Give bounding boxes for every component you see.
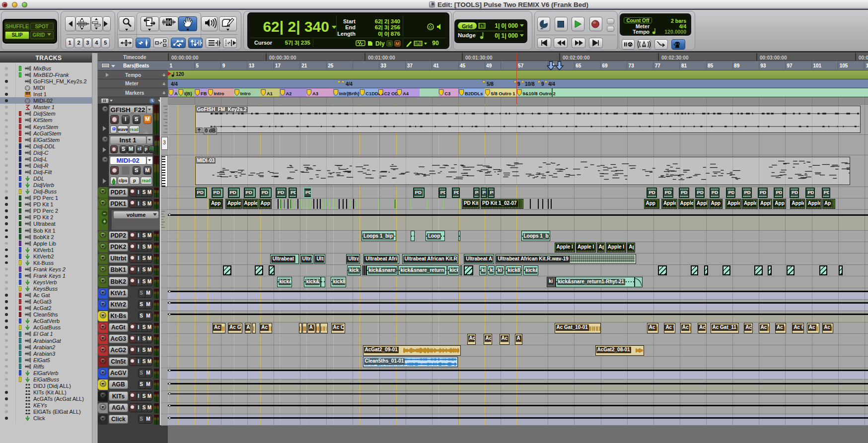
svg-text:A: A <box>174 90 178 96</box>
svg-text:5/8 Outro 1: 5/8 Outro 1 <box>491 90 515 96</box>
svg-text:10/8: 10/8 <box>525 81 535 87</box>
svg-text:9: 9 <box>541 81 544 87</box>
svg-text:I(B): I(B) <box>184 90 192 96</box>
svg-text:4/4: 4/4 <box>346 81 353 87</box>
svg-text:9&10/8 Outro 2: 9&10/8 Outro 2 <box>523 90 556 96</box>
svg-text:4/4: 4/4 <box>171 81 178 87</box>
svg-text:9: 9 <box>517 81 520 87</box>
svg-text:4/4: 4/4 <box>548 81 555 87</box>
svg-text:A1: A1 <box>267 90 273 96</box>
svg-text:A3: A3 <box>312 90 318 96</box>
svg-text:5/8: 5/8 <box>487 81 494 87</box>
svg-text:Intro: Intro <box>240 90 251 96</box>
svg-text:Intro: Intro <box>214 90 224 96</box>
svg-text:Intr(Brth): Intr(Brth) <box>339 90 360 96</box>
svg-text:B2DDLs: B2DDLs <box>465 90 483 96</box>
svg-text:FB: FB <box>201 90 207 96</box>
svg-text:1: 1 <box>481 24 483 28</box>
svg-text:120: 120 <box>176 71 184 77</box>
svg-text:A2: A2 <box>286 90 292 96</box>
